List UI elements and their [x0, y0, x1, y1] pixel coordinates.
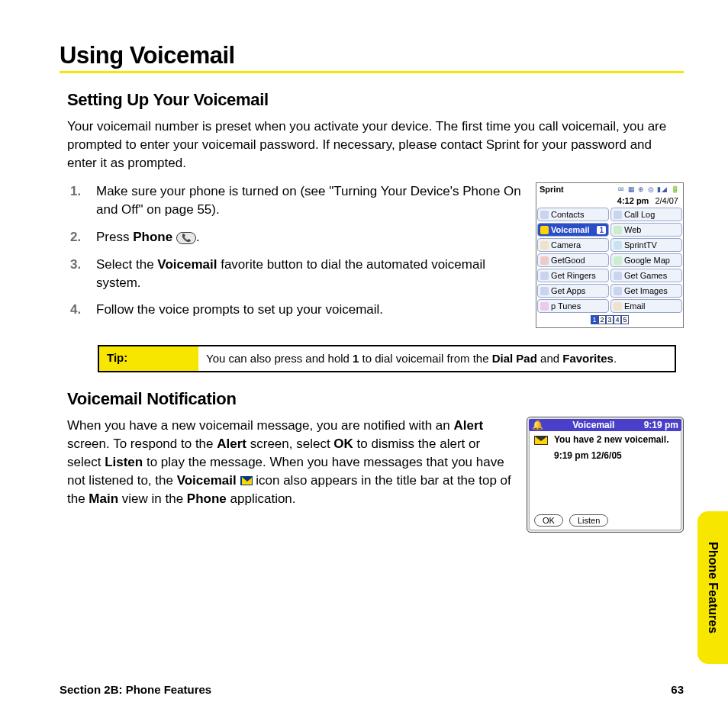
fav-getgood[interactable]: GetGood: [537, 253, 609, 267]
voicemail-icon: [540, 226, 549, 234]
carrier-label: Sprint: [540, 185, 564, 194]
bell-icon: 🔔: [532, 420, 543, 430]
ok-button[interactable]: OK: [534, 514, 563, 527]
alert-timestamp: 9:19 pm 12/6/05: [554, 450, 676, 461]
page-footer: Section 2B: Phone Features 63: [60, 683, 684, 696]
page-5[interactable]: 5: [621, 315, 629, 324]
step-3: Select the Voicemail favorite button to …: [67, 256, 525, 292]
setup-steps: Make sure your phone is turned on (see "…: [67, 182, 525, 328]
side-tab-label: Phone Features: [706, 542, 720, 633]
fav-contacts[interactable]: Contacts: [537, 208, 609, 221]
device-alert-screenshot: 🔔 Voicemail 9:19 pm You have 2 new voice…: [527, 417, 684, 533]
googlemap-icon: [614, 256, 622, 265]
fav-web[interactable]: Web: [610, 223, 682, 237]
calllog-icon: [614, 211, 622, 219]
fav-sprinttv[interactable]: SprintTV: [610, 238, 682, 252]
contacts-icon: [540, 211, 549, 219]
tip-box: Tip: You can also press and hold 1 to di…: [98, 345, 676, 372]
page-3[interactable]: 3: [606, 315, 614, 324]
step-2: Press Phone 📞.: [67, 228, 525, 246]
camera-icon: [540, 241, 549, 250]
page-1[interactable]: 1: [591, 315, 598, 324]
section-label: Section 2B: Phone Features: [60, 683, 211, 696]
tip-label: Tip:: [99, 346, 198, 371]
notification-para: When you have a new voicemail message, y…: [67, 417, 516, 507]
fav-calllog[interactable]: Call Log: [610, 208, 682, 221]
step-4: Follow the voice prompts to set up your …: [67, 301, 525, 319]
fav-ptunes[interactable]: p Tunes: [537, 299, 609, 313]
web-icon: [614, 226, 622, 234]
tip-text: You can also press and hold 1 to dial vo…: [198, 346, 675, 371]
fav-getgames[interactable]: Get Games: [610, 269, 682, 282]
listen-button[interactable]: Listen: [569, 514, 608, 527]
ptunes-icon: [540, 302, 549, 311]
alert-title: Voicemail: [572, 420, 614, 430]
fav-getringers[interactable]: Get Ringers: [537, 269, 609, 282]
page-4[interactable]: 4: [614, 315, 621, 324]
sprinttv-icon: [614, 241, 622, 250]
phone-key-icon: 📞: [176, 232, 196, 244]
getgood-icon: [540, 256, 549, 265]
getapps-icon: [540, 287, 549, 295]
fav-getapps[interactable]: Get Apps: [537, 284, 609, 298]
alert-title-time: 9:19 pm: [644, 420, 678, 430]
device-time: 4:12 pm: [617, 196, 649, 205]
fav-email[interactable]: Email: [610, 299, 682, 313]
page-2[interactable]: 2: [598, 315, 606, 324]
fav-camera[interactable]: Camera: [537, 238, 609, 252]
favorites-pager: 12345: [536, 314, 683, 327]
getimages-icon: [614, 287, 622, 295]
device-date: 2/4/07: [655, 196, 678, 205]
setup-heading: Setting Up Your Voicemail: [67, 90, 684, 110]
mail-icon: [534, 436, 548, 445]
getgames-icon: [614, 272, 622, 280]
page-title: Using Voicemail: [60, 42, 684, 73]
setup-intro: Your voicemail number is preset when you…: [67, 118, 684, 172]
getringers-icon: [540, 272, 549, 280]
voicemail-envelope-icon: [240, 476, 253, 485]
email-icon: [614, 302, 622, 311]
notification-heading: Voicemail Notification: [67, 389, 684, 409]
device-favorites-screenshot: Sprint ✉ ▦ ⊕ ◎ ▮◢ 🔋 4:12 pm 2/4/07 Conta…: [536, 182, 684, 328]
fav-voicemail[interactable]: Voicemail1: [537, 223, 609, 237]
fav-googlemap[interactable]: Google Map: [610, 253, 682, 267]
fav-getimages[interactable]: Get Images: [610, 284, 682, 298]
side-tab: Phone Features: [697, 511, 728, 664]
step-1: Make sure your phone is turned on (see "…: [67, 182, 525, 219]
voicemail-badge: 1: [597, 226, 606, 234]
alert-message: You have 2 new voicemail.: [554, 434, 669, 445]
status-icons: ✉ ▦ ⊕ ◎ ▮◢ 🔋: [618, 185, 680, 193]
page-number: 63: [671, 683, 684, 696]
